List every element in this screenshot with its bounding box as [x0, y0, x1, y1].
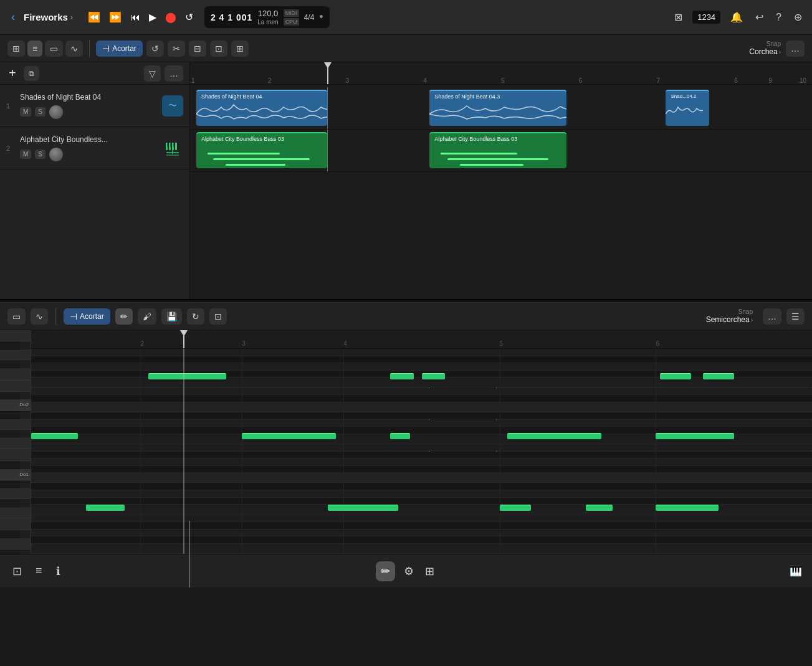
- piano-key-white[interactable]: [0, 381, 31, 392]
- pr-more-button[interactable]: …: [763, 308, 781, 325]
- note-block-9[interactable]: [390, 433, 409, 439]
- pr-save-button[interactable]: 💾: [161, 308, 182, 325]
- piano-key-white[interactable]: [0, 538, 31, 549]
- note-block-15[interactable]: [586, 505, 613, 511]
- track-icon-1[interactable]: 〜: [162, 95, 183, 117]
- tracks-bottom-button[interactable]: ≡: [33, 562, 45, 580]
- loop-button[interactable]: ↺: [185, 11, 193, 23]
- piano-key-white[interactable]: [0, 368, 31, 381]
- undo-button[interactable]: ↩: [753, 9, 766, 26]
- mixer-bottom-button[interactable]: ⊞: [423, 562, 437, 581]
- audio-clip-1[interactable]: Shades of Night Beat 04: [196, 90, 327, 126]
- pr-trim2-button[interactable]: ⊡: [209, 308, 227, 325]
- split-button[interactable]: ⊟: [189, 40, 206, 57]
- note-block-13[interactable]: [328, 505, 398, 511]
- record-button[interactable]: ⬤: [165, 11, 176, 23]
- midi-note-line: [447, 158, 549, 160]
- pr-curve-button[interactable]: ∿: [31, 308, 48, 325]
- trim2-button[interactable]: ⊡: [210, 40, 227, 57]
- solo-button-1[interactable]: S: [35, 107, 45, 117]
- note-block-16[interactable]: [656, 505, 718, 511]
- note-block-11[interactable]: [656, 433, 733, 439]
- piano-key-black[interactable]: [0, 392, 20, 400]
- skip-back-button[interactable]: ⏮: [130, 12, 140, 23]
- more-toolbar-button[interactable]: …: [786, 40, 805, 57]
- note-block-14[interactable]: [500, 505, 531, 511]
- help-button[interactable]: ?: [773, 9, 784, 26]
- fast-forward-button[interactable]: ⏩: [109, 11, 122, 23]
- audio-clip-2[interactable]: Shades of Night Beat 04.3: [429, 90, 566, 126]
- piano-key-white[interactable]: [0, 518, 31, 531]
- curve-tool-button[interactable]: ∿: [65, 40, 83, 57]
- volume-knob-1[interactable]: [49, 105, 63, 119]
- grid-view-button[interactable]: ⊞: [7, 40, 25, 57]
- add-track-button[interactable]: +: [6, 65, 19, 82]
- more-options-button[interactable]: ⊕: [791, 9, 805, 26]
- piano-key-do2[interactable]: Do2: [0, 399, 31, 411]
- note-block-10[interactable]: [507, 433, 601, 439]
- piano-key-white[interactable]: [0, 488, 31, 499]
- pr-window-button[interactable]: ▭: [7, 308, 26, 325]
- audio-clip-3[interactable]: Shad...04.2: [666, 90, 709, 126]
- piano-key-white[interactable]: [0, 437, 31, 449]
- back-button[interactable]: ‹: [7, 8, 19, 26]
- piano-key-black[interactable]: [0, 549, 20, 554]
- project-name[interactable]: Fireworks ›: [24, 12, 73, 22]
- midi-clip-2[interactable]: Alphabet City Boundless Bass 03: [429, 132, 566, 168]
- note-block-2[interactable]: [195, 373, 226, 379]
- info-bottom-button[interactable]: ℹ: [54, 562, 63, 581]
- pr-trim-button[interactable]: ⊣ Acortar: [64, 308, 110, 325]
- note-block-6[interactable]: [703, 373, 734, 379]
- pr-loop-button[interactable]: ↻: [187, 308, 204, 325]
- piano-key-black[interactable]: [0, 480, 20, 488]
- copy-tracks-button[interactable]: ⧉: [24, 66, 39, 81]
- piano-key-black[interactable]: [0, 499, 20, 507]
- bottom-bar: ⊡ ≡ ℹ ✏ ⚙ ⊞ 🎹: [0, 554, 812, 588]
- list-view-button[interactable]: ≡: [27, 40, 42, 57]
- note-block-12[interactable]: [86, 505, 125, 511]
- loop-region-button[interactable]: ⊠: [672, 9, 685, 26]
- track-icon-2[interactable]: [162, 138, 183, 159]
- note-block-3[interactable]: [390, 373, 414, 379]
- piano-key-black[interactable]: [0, 530, 20, 538]
- volume-knob-2[interactable]: [49, 148, 63, 161]
- pr-brush-button[interactable]: 🖌: [138, 308, 156, 325]
- note-block-7[interactable]: [31, 433, 78, 439]
- copy-button[interactable]: ⊞: [231, 40, 249, 57]
- pr-pencil-button[interactable]: ✏: [115, 308, 133, 325]
- piano-key-black[interactable]: [0, 461, 20, 469]
- solo-button-2[interactable]: S: [35, 150, 45, 159]
- header-more-button[interactable]: …: [165, 65, 183, 82]
- main-toolbar: ⊞ ≡ ▭ ∿ ⊣ Acortar ↺ ✂ ⊟ ⊡ ⊞ Snap Corchea…: [0, 35, 812, 62]
- note-block-5[interactable]: [660, 373, 691, 379]
- piano-key-white[interactable]: [0, 419, 31, 430]
- mute-button-1[interactable]: M: [20, 107, 31, 117]
- note-block-8[interactable]: [242, 433, 335, 439]
- piano-key-black[interactable]: [0, 411, 20, 419]
- snap-control[interactable]: Snap Corchea ›: [749, 40, 781, 56]
- piano-key-black[interactable]: [0, 341, 20, 350]
- note-block-4[interactable]: [422, 373, 446, 379]
- mute-button-2[interactable]: M: [20, 150, 31, 159]
- piano-key-do1[interactable]: Do1: [0, 469, 31, 480]
- midi-clip-1[interactable]: Alphabet City Boundless Bass 03: [196, 132, 327, 168]
- header-view-button[interactable]: ▽: [144, 65, 161, 82]
- piano-key-white[interactable]: [0, 350, 31, 361]
- piano-key-black[interactable]: [0, 360, 20, 368]
- loop-icon-button[interactable]: ↺: [146, 40, 164, 57]
- piano-key-white[interactable]: [0, 330, 31, 341]
- pr-snap-control[interactable]: Snap Semicorchea ›: [706, 308, 753, 324]
- settings-bottom-button[interactable]: ⚙: [401, 562, 416, 581]
- piano-key-white[interactable]: [0, 507, 31, 518]
- metronome-button[interactable]: 🔔: [728, 9, 745, 26]
- window-view-button[interactable]: ▭: [45, 40, 63, 57]
- trim-button[interactable]: ⊣ Acortar: [96, 40, 143, 57]
- loop-bottom-button[interactable]: ⊡: [10, 562, 24, 581]
- play-button[interactable]: ▶: [149, 11, 156, 23]
- rewind-button[interactable]: ⏪: [88, 11, 100, 23]
- piano-key-black[interactable]: [0, 430, 20, 438]
- pr-lines-button[interactable]: ☰: [786, 308, 805, 325]
- piano-key-white[interactable]: [0, 449, 31, 461]
- scissors-button[interactable]: ✂: [168, 40, 185, 57]
- pencil-bottom-button[interactable]: ✏: [376, 561, 395, 581]
